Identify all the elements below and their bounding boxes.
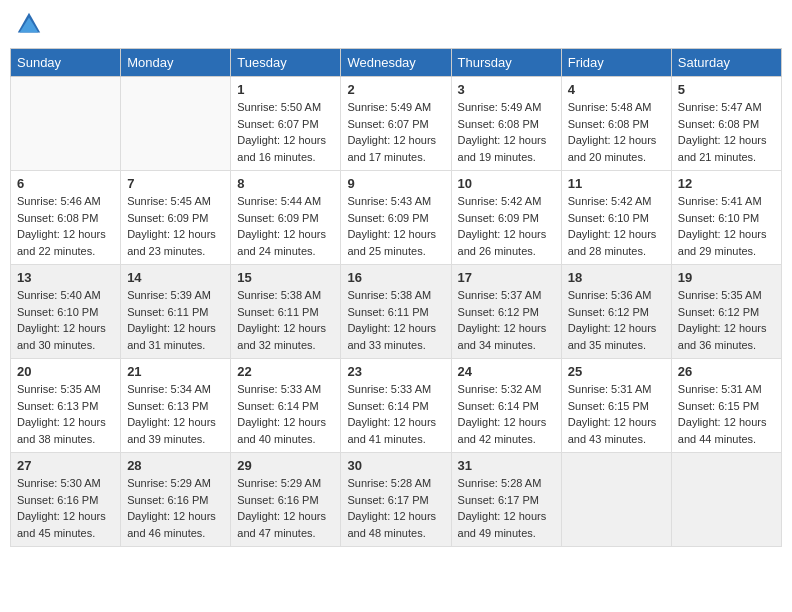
daylight-label: Daylight: 12 hours and 36 minutes. — [678, 322, 767, 351]
sunset-label: Sunset: 6:10 PM — [17, 306, 98, 318]
day-info: Sunrise: 5:28 AM Sunset: 6:17 PM Dayligh… — [458, 475, 555, 541]
day-number: 23 — [347, 364, 444, 379]
sunset-label: Sunset: 6:15 PM — [568, 400, 649, 412]
day-header-sunday: Sunday — [11, 49, 121, 77]
day-info: Sunrise: 5:29 AM Sunset: 6:16 PM Dayligh… — [127, 475, 224, 541]
calendar-cell: 15 Sunrise: 5:38 AM Sunset: 6:11 PM Dayl… — [231, 265, 341, 359]
sunset-label: Sunset: 6:17 PM — [458, 494, 539, 506]
sunset-label: Sunset: 6:08 PM — [678, 118, 759, 130]
day-number: 24 — [458, 364, 555, 379]
calendar-cell — [121, 77, 231, 171]
calendar-cell: 14 Sunrise: 5:39 AM Sunset: 6:11 PM Dayl… — [121, 265, 231, 359]
day-info: Sunrise: 5:31 AM Sunset: 6:15 PM Dayligh… — [678, 381, 775, 447]
daylight-label: Daylight: 12 hours and 19 minutes. — [458, 134, 547, 163]
daylight-label: Daylight: 12 hours and 35 minutes. — [568, 322, 657, 351]
sunset-label: Sunset: 6:13 PM — [17, 400, 98, 412]
daylight-label: Daylight: 12 hours and 48 minutes. — [347, 510, 436, 539]
daylight-label: Daylight: 12 hours and 41 minutes. — [347, 416, 436, 445]
day-number: 11 — [568, 176, 665, 191]
calendar-cell — [11, 77, 121, 171]
day-number: 30 — [347, 458, 444, 473]
sunrise-label: Sunrise: 5:36 AM — [568, 289, 652, 301]
sunrise-label: Sunrise: 5:32 AM — [458, 383, 542, 395]
day-number: 6 — [17, 176, 114, 191]
daylight-label: Daylight: 12 hours and 30 minutes. — [17, 322, 106, 351]
sunset-label: Sunset: 6:12 PM — [458, 306, 539, 318]
day-number: 4 — [568, 82, 665, 97]
daylight-label: Daylight: 12 hours and 26 minutes. — [458, 228, 547, 257]
calendar-cell: 24 Sunrise: 5:32 AM Sunset: 6:14 PM Dayl… — [451, 359, 561, 453]
sunset-label: Sunset: 6:11 PM — [237, 306, 318, 318]
sunset-label: Sunset: 6:09 PM — [127, 212, 208, 224]
daylight-label: Daylight: 12 hours and 39 minutes. — [127, 416, 216, 445]
daylight-label: Daylight: 12 hours and 42 minutes. — [458, 416, 547, 445]
day-number: 28 — [127, 458, 224, 473]
sunset-label: Sunset: 6:17 PM — [347, 494, 428, 506]
calendar-week-row: 27 Sunrise: 5:30 AM Sunset: 6:16 PM Dayl… — [11, 453, 782, 547]
calendar-table: SundayMondayTuesdayWednesdayThursdayFrid… — [10, 48, 782, 547]
sunrise-label: Sunrise: 5:28 AM — [347, 477, 431, 489]
sunrise-label: Sunrise: 5:41 AM — [678, 195, 762, 207]
calendar-cell: 23 Sunrise: 5:33 AM Sunset: 6:14 PM Dayl… — [341, 359, 451, 453]
daylight-label: Daylight: 12 hours and 40 minutes. — [237, 416, 326, 445]
day-number: 25 — [568, 364, 665, 379]
daylight-label: Daylight: 12 hours and 33 minutes. — [347, 322, 436, 351]
daylight-label: Daylight: 12 hours and 29 minutes. — [678, 228, 767, 257]
sunset-label: Sunset: 6:08 PM — [458, 118, 539, 130]
day-info: Sunrise: 5:29 AM Sunset: 6:16 PM Dayligh… — [237, 475, 334, 541]
day-number: 31 — [458, 458, 555, 473]
calendar-cell — [671, 453, 781, 547]
calendar-cell: 29 Sunrise: 5:29 AM Sunset: 6:16 PM Dayl… — [231, 453, 341, 547]
calendar-cell: 17 Sunrise: 5:37 AM Sunset: 6:12 PM Dayl… — [451, 265, 561, 359]
daylight-label: Daylight: 12 hours and 45 minutes. — [17, 510, 106, 539]
day-number: 18 — [568, 270, 665, 285]
day-number: 26 — [678, 364, 775, 379]
calendar-cell — [561, 453, 671, 547]
sunset-label: Sunset: 6:12 PM — [678, 306, 759, 318]
day-info: Sunrise: 5:39 AM Sunset: 6:11 PM Dayligh… — [127, 287, 224, 353]
day-info: Sunrise: 5:38 AM Sunset: 6:11 PM Dayligh… — [237, 287, 334, 353]
calendar-cell: 19 Sunrise: 5:35 AM Sunset: 6:12 PM Dayl… — [671, 265, 781, 359]
sunset-label: Sunset: 6:12 PM — [568, 306, 649, 318]
day-number: 14 — [127, 270, 224, 285]
sunrise-label: Sunrise: 5:29 AM — [237, 477, 321, 489]
daylight-label: Daylight: 12 hours and 46 minutes. — [127, 510, 216, 539]
sunrise-label: Sunrise: 5:47 AM — [678, 101, 762, 113]
calendar-cell: 1 Sunrise: 5:50 AM Sunset: 6:07 PM Dayli… — [231, 77, 341, 171]
calendar-cell: 12 Sunrise: 5:41 AM Sunset: 6:10 PM Dayl… — [671, 171, 781, 265]
sunrise-label: Sunrise: 5:33 AM — [347, 383, 431, 395]
day-number: 16 — [347, 270, 444, 285]
day-info: Sunrise: 5:45 AM Sunset: 6:09 PM Dayligh… — [127, 193, 224, 259]
sunrise-label: Sunrise: 5:39 AM — [127, 289, 211, 301]
sunrise-label: Sunrise: 5:29 AM — [127, 477, 211, 489]
day-number: 22 — [237, 364, 334, 379]
day-info: Sunrise: 5:46 AM Sunset: 6:08 PM Dayligh… — [17, 193, 114, 259]
sunrise-label: Sunrise: 5:49 AM — [347, 101, 431, 113]
sunrise-label: Sunrise: 5:28 AM — [458, 477, 542, 489]
calendar-cell: 11 Sunrise: 5:42 AM Sunset: 6:10 PM Dayl… — [561, 171, 671, 265]
calendar-cell: 3 Sunrise: 5:49 AM Sunset: 6:08 PM Dayli… — [451, 77, 561, 171]
sunset-label: Sunset: 6:09 PM — [458, 212, 539, 224]
day-number: 21 — [127, 364, 224, 379]
sunset-label: Sunset: 6:14 PM — [347, 400, 428, 412]
daylight-label: Daylight: 12 hours and 23 minutes. — [127, 228, 216, 257]
day-info: Sunrise: 5:40 AM Sunset: 6:10 PM Dayligh… — [17, 287, 114, 353]
sunrise-label: Sunrise: 5:43 AM — [347, 195, 431, 207]
day-info: Sunrise: 5:47 AM Sunset: 6:08 PM Dayligh… — [678, 99, 775, 165]
sunset-label: Sunset: 6:15 PM — [678, 400, 759, 412]
daylight-label: Daylight: 12 hours and 49 minutes. — [458, 510, 547, 539]
sunset-label: Sunset: 6:10 PM — [678, 212, 759, 224]
calendar-cell: 13 Sunrise: 5:40 AM Sunset: 6:10 PM Dayl… — [11, 265, 121, 359]
sunrise-label: Sunrise: 5:42 AM — [458, 195, 542, 207]
day-number: 12 — [678, 176, 775, 191]
calendar-cell: 9 Sunrise: 5:43 AM Sunset: 6:09 PM Dayli… — [341, 171, 451, 265]
calendar-cell: 28 Sunrise: 5:29 AM Sunset: 6:16 PM Dayl… — [121, 453, 231, 547]
sunrise-label: Sunrise: 5:50 AM — [237, 101, 321, 113]
calendar-cell: 30 Sunrise: 5:28 AM Sunset: 6:17 PM Dayl… — [341, 453, 451, 547]
day-header-tuesday: Tuesday — [231, 49, 341, 77]
calendar-week-row: 6 Sunrise: 5:46 AM Sunset: 6:08 PM Dayli… — [11, 171, 782, 265]
day-info: Sunrise: 5:36 AM Sunset: 6:12 PM Dayligh… — [568, 287, 665, 353]
calendar-cell: 21 Sunrise: 5:34 AM Sunset: 6:13 PM Dayl… — [121, 359, 231, 453]
day-info: Sunrise: 5:35 AM Sunset: 6:12 PM Dayligh… — [678, 287, 775, 353]
sunset-label: Sunset: 6:09 PM — [237, 212, 318, 224]
